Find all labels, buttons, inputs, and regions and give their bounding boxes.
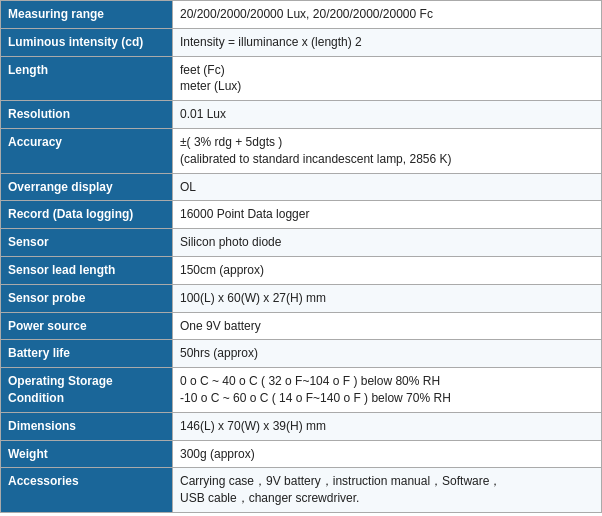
row-label: Battery life	[1, 340, 173, 368]
row-label: Resolution	[1, 101, 173, 129]
table-row: Operating Storage Condition0 o C ~ 40 o …	[1, 368, 602, 413]
row-label: Overrange display	[1, 173, 173, 201]
table-row: Sensor probe100(L) x 60(W) x 27(H) mm	[1, 284, 602, 312]
row-value: OL	[173, 173, 602, 201]
row-label: Accessories	[1, 468, 173, 513]
row-value: feet (Fc)meter (Lux)	[173, 56, 602, 101]
table-row: Overrange displayOL	[1, 173, 602, 201]
row-value: Carrying case，9V battery，instruction man…	[173, 468, 602, 513]
table-row: Luminous intensity (cd)Intensity = illum…	[1, 28, 602, 56]
row-label: Luminous intensity (cd)	[1, 28, 173, 56]
row-label: Accuracy	[1, 128, 173, 173]
row-label: Measuring range	[1, 1, 173, 29]
row-label: Record (Data logging)	[1, 201, 173, 229]
row-label: Dimensions	[1, 412, 173, 440]
row-label: Length	[1, 56, 173, 101]
row-label: Sensor	[1, 229, 173, 257]
row-value: 100(L) x 60(W) x 27(H) mm	[173, 284, 602, 312]
row-value: 0 o C ~ 40 o C ( 32 o F~104 o F ) below …	[173, 368, 602, 413]
table-row: Battery life50hrs (approx)	[1, 340, 602, 368]
table-row: Power sourceOne 9V battery	[1, 312, 602, 340]
row-value: 20/200/2000/20000 Lux, 20/200/2000/20000…	[173, 1, 602, 29]
row-value: 146(L) x 70(W) x 39(H) mm	[173, 412, 602, 440]
row-label: Sensor lead length	[1, 256, 173, 284]
row-label: Sensor probe	[1, 284, 173, 312]
specs-table: Measuring range20/200/2000/20000 Lux, 20…	[0, 0, 602, 513]
table-row: Measuring range20/200/2000/20000 Lux, 20…	[1, 1, 602, 29]
row-value: Intensity = illuminance x (length) 2	[173, 28, 602, 56]
row-value: Silicon photo diode	[173, 229, 602, 257]
row-label: Power source	[1, 312, 173, 340]
row-value: One 9V battery	[173, 312, 602, 340]
row-value: 50hrs (approx)	[173, 340, 602, 368]
table-row: Accuracy±( 3% rdg + 5dgts )(calibrated t…	[1, 128, 602, 173]
row-value: 16000 Point Data logger	[173, 201, 602, 229]
table-row: Lengthfeet (Fc)meter (Lux)	[1, 56, 602, 101]
table-row: AccessoriesCarrying case，9V battery，inst…	[1, 468, 602, 513]
table-row: Weight300g (approx)	[1, 440, 602, 468]
row-label: Weight	[1, 440, 173, 468]
table-row: Record (Data logging)16000 Point Data lo…	[1, 201, 602, 229]
table-row: SensorSilicon photo diode	[1, 229, 602, 257]
row-value: 300g (approx)	[173, 440, 602, 468]
table-row: Resolution0.01 Lux	[1, 101, 602, 129]
row-label: Operating Storage Condition	[1, 368, 173, 413]
row-value: 0.01 Lux	[173, 101, 602, 129]
row-value: ±( 3% rdg + 5dgts )(calibrated to standa…	[173, 128, 602, 173]
table-row: Dimensions146(L) x 70(W) x 39(H) mm	[1, 412, 602, 440]
row-value: 150cm (approx)	[173, 256, 602, 284]
table-row: Sensor lead length150cm (approx)	[1, 256, 602, 284]
